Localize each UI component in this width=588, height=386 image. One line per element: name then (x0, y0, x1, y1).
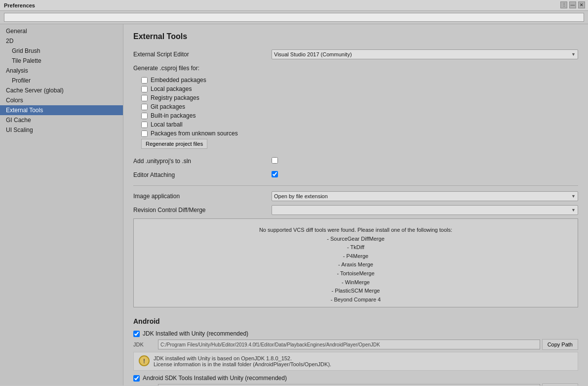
chevron-down-icon-2: ▼ (571, 194, 576, 199)
minimize-icon[interactable]: — (569, 1, 576, 8)
embedded-packages-row: Embedded packages (141, 77, 578, 84)
jdk-copy-button[interactable]: Copy Path (542, 339, 578, 350)
sdk-path: C:/Program Files/Unity/Hub/Editor/2019.4… (158, 384, 540, 386)
sidebar-item-colors[interactable]: Colors (0, 95, 123, 105)
divider-1 (133, 185, 578, 186)
jdk-warning-text: JDK installed with Unity is based on Ope… (154, 355, 331, 367)
sdk-path-row: SDK C:/Program Files/Unity/Hub/Editor/20… (133, 384, 578, 386)
add-unityproj-label: Add .unityproj's to .sln (133, 158, 272, 165)
image-application-control: Open by file extension ▼ (272, 191, 578, 201)
embedded-packages-label: Embedded packages (151, 77, 206, 84)
close-icon[interactable]: ✕ (578, 1, 585, 8)
jdk-warning-line2: License information is in the install fo… (154, 361, 331, 367)
vcs-tool-1: - SourceGear DiffMerge (259, 235, 452, 244)
sidebar-item-analysis[interactable]: Analysis (0, 66, 123, 76)
external-script-editor-label: External Script Editor (133, 51, 272, 58)
revision-control-label: Revision Control Diff/Merge (133, 207, 272, 214)
search-input[interactable] (4, 13, 584, 22)
vcs-tool-5: - TortoiseMerge (259, 269, 452, 278)
sidebar: General 2D Grid Brush Tile Palette Analy… (0, 24, 123, 386)
jdk-path-row: JDK C:/Program Files/Unity/Hub/Editor/20… (133, 339, 578, 350)
jdk-unity-checkbox[interactable] (133, 331, 140, 337)
image-application-label: Image application (133, 193, 272, 200)
editor-attaching-row: Editor Attaching (133, 170, 578, 180)
jdk-unity-label: JDK Installed with Unity (recommended) (143, 330, 248, 337)
unknown-sources-checkbox[interactable] (141, 130, 148, 137)
git-packages-label: Git packages (151, 103, 185, 110)
builtin-packages-label: Built-in packages (151, 112, 196, 119)
searchbar (0, 11, 588, 24)
sidebar-item-external-tools[interactable]: External Tools (0, 105, 123, 115)
embedded-packages-checkbox[interactable] (141, 77, 148, 84)
image-application-dropdown[interactable]: Open by file extension ▼ (272, 191, 578, 201)
jdk-label: JDK (133, 342, 158, 347)
local-packages-row: Local packages (141, 86, 578, 92)
chevron-down-icon-3: ▼ (571, 208, 576, 213)
git-packages-checkbox[interactable] (141, 104, 148, 110)
sdk-checkbox-row: Android SDK Tools Installed with Unity (… (133, 375, 578, 382)
git-packages-row: Git packages (141, 103, 578, 110)
sidebar-item-cache-server[interactable]: Cache Server (global) (0, 86, 123, 95)
vcs-tool-2: - TkDiff (259, 243, 452, 252)
revision-control-row: Revision Control Diff/Merge ▼ (133, 205, 578, 215)
external-script-editor-control: Visual Studio 2017 (Community) ▼ (272, 49, 578, 59)
sidebar-item-2d[interactable]: 2D (0, 36, 123, 46)
vcs-info-box: No supported VCS diff tools were found. … (133, 218, 578, 307)
revision-control-control: ▼ (272, 205, 578, 215)
vcs-tool-7: - PlasticSCM Merge (259, 287, 452, 296)
external-script-editor-row: External Script Editor Visual Studio 201… (133, 49, 578, 60)
content-area: External Tools External Script Editor Vi… (123, 24, 588, 386)
vcs-tool-8: - Beyond Compare 4 (259, 296, 452, 304)
external-script-editor-dropdown[interactable]: Visual Studio 2017 (Community) ▼ (272, 49, 578, 59)
unknown-sources-row: Packages from unknown sources (141, 130, 578, 137)
sdk-copy-button[interactable]: Copy Path (542, 384, 578, 386)
regenerate-row: Regenerate project files (133, 139, 578, 152)
titlebar-title: Preferences (4, 2, 35, 8)
revision-control-dropdown[interactable]: ▼ (272, 205, 578, 215)
sidebar-item-tile-palette[interactable]: Tile Palette (0, 56, 123, 66)
android-section: Android JDK Installed with Unity (recomm… (133, 317, 578, 386)
builtin-packages-checkbox[interactable] (141, 113, 148, 119)
editor-attaching-control (272, 171, 578, 179)
titlebar: Preferences ⋮ — ✕ (0, 0, 588, 11)
android-title: Android (133, 317, 578, 325)
jdk-checkbox-row: JDK Installed with Unity (recommended) (133, 330, 578, 337)
regenerate-button[interactable]: Regenerate project files (141, 139, 207, 149)
warning-icon: ! (139, 355, 150, 366)
vcs-tool-3: - P4Merge (259, 252, 452, 261)
jdk-warning-line1: JDK installed with Unity is based on Ope… (154, 355, 331, 361)
unknown-sources-label: Packages from unknown sources (151, 130, 238, 137)
editor-attaching-label: Editor Attaching (133, 172, 272, 178)
page-title: External Tools (133, 32, 578, 41)
vcs-tool-4: - Araxis Merge (259, 260, 452, 269)
image-application-value: Open by file extension (274, 193, 328, 199)
jdk-warning-box: ! JDK installed with Unity is based on O… (133, 352, 578, 371)
builtin-packages-row: Built-in packages (141, 112, 578, 119)
titlebar-controls[interactable]: ⋮ — ✕ (560, 1, 585, 8)
main-layout: General 2D Grid Brush Tile Palette Analy… (0, 24, 588, 386)
jdk-path: C:/Program Files/Unity/Hub/Editor/2019.4… (158, 340, 540, 349)
sidebar-item-grid-brush[interactable]: Grid Brush (0, 46, 123, 56)
sidebar-item-gi-cache[interactable]: GI Cache (0, 115, 123, 125)
sdk-unity-checkbox[interactable] (133, 375, 140, 382)
local-packages-checkbox[interactable] (141, 86, 148, 92)
external-script-editor-value: Visual Studio 2017 (Community) (274, 51, 352, 57)
registry-packages-label: Registry packages (151, 94, 199, 101)
add-unityproj-checkbox[interactable] (272, 157, 278, 164)
registry-packages-row: Registry packages (141, 94, 578, 101)
more-icon[interactable]: ⋮ (560, 1, 567, 8)
local-packages-label: Local packages (151, 86, 192, 92)
sdk-unity-label: Android SDK Tools Installed with Unity (… (143, 375, 287, 382)
local-tarball-row: Local tarball (141, 121, 578, 128)
sidebar-item-profiler[interactable]: Profiler (0, 76, 123, 86)
registry-packages-checkbox[interactable] (141, 95, 148, 101)
add-unityproj-control (272, 157, 578, 165)
vcs-info-text: No supported VCS diff tools were found. … (259, 222, 452, 304)
chevron-down-icon: ▼ (571, 52, 576, 57)
editor-attaching-checkbox[interactable] (272, 171, 278, 177)
local-tarball-label: Local tarball (151, 121, 183, 128)
sidebar-item-ui-scaling[interactable]: UI Scaling (0, 125, 123, 135)
sidebar-item-general[interactable]: General (0, 26, 123, 36)
add-unityproj-row: Add .unityproj's to .sln (133, 156, 578, 167)
local-tarball-checkbox[interactable] (141, 122, 148, 128)
